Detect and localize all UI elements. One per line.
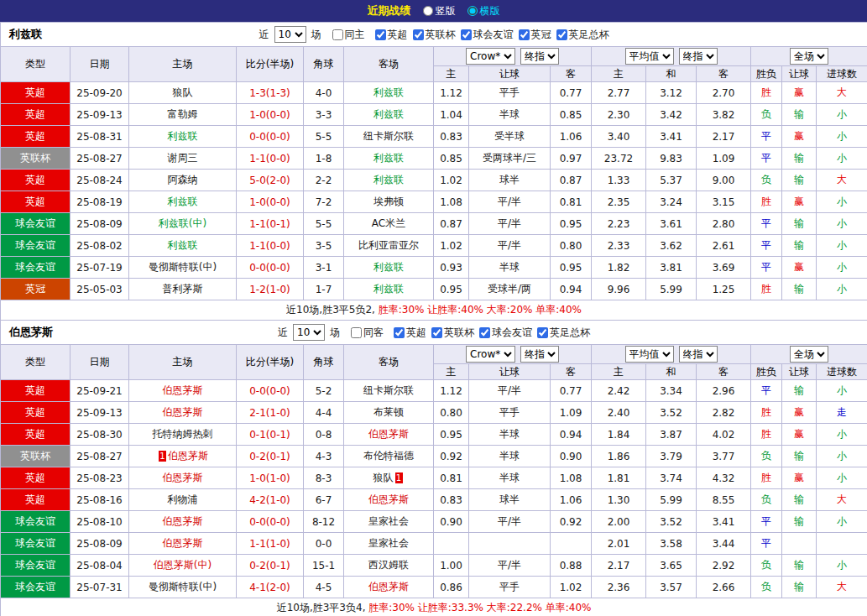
scope-select[interactable]: 全场 — [790, 346, 828, 363]
layout-radio-horizontal-label: 横版 — [480, 4, 500, 18]
avg-source-select[interactable]: 平均值 — [625, 48, 674, 65]
recent-count-select[interactable]: 10 — [293, 324, 325, 341]
games-label: 场 — [330, 321, 340, 344]
avg-away-odds: 4.02 — [697, 424, 751, 446]
league-filter-checkbox-0-input[interactable] — [394, 327, 405, 338]
score: 0-0(0-0) — [237, 511, 304, 533]
league-badge: 球会友谊 — [1, 577, 71, 598]
league-filter-checkbox-1-input[interactable] — [413, 29, 424, 40]
league-filter-checkbox-2-input[interactable] — [479, 327, 490, 338]
layout-radio-vertical-label: 竖版 — [436, 4, 456, 18]
match-date: 25-08-04 — [71, 555, 129, 577]
handicap-home-odds: 0.93 — [434, 257, 469, 279]
odds-final-select[interactable]: 终指 — [520, 48, 559, 65]
avg-away-odds: 2.66 — [697, 577, 751, 598]
handicap-outcome: 输 — [782, 446, 817, 467]
corner-score: 15-1 — [304, 555, 344, 577]
home-team: 富勒姆 — [129, 104, 237, 126]
layout-radio-horizontal-input[interactable] — [467, 6, 478, 16]
avg-home-odds: 2.36 — [592, 577, 646, 598]
home-team: 曼彻斯特联(中) — [129, 257, 237, 279]
avg-away-odds: 8.55 — [697, 489, 751, 511]
handicap-home-odds: 1.00 — [434, 555, 469, 577]
league-filter-checkbox-3-input[interactable] — [519, 29, 530, 40]
layout-radio-vertical[interactable]: 竖版 — [423, 4, 456, 18]
league-filter-checkbox-0-input[interactable] — [375, 29, 386, 40]
layout-radio-horizontal[interactable]: 横版 — [467, 4, 500, 18]
sub-col-header: 主 — [434, 364, 469, 380]
handicap-line: 半球 — [469, 257, 551, 279]
venue-filter-checkbox[interactable]: 同主 — [332, 23, 365, 46]
col-header: 主场 — [129, 47, 237, 82]
avg-source-select[interactable]: 平均值 — [625, 346, 674, 363]
league-filter-checkbox-1-input[interactable] — [431, 327, 442, 338]
league-filter-checkbox-4[interactable]: 英足总杯 — [556, 23, 609, 46]
score: 0-2(0-1) — [237, 555, 304, 577]
league-filter-checkbox-4-input[interactable] — [556, 29, 567, 40]
venue-filter-checkbox-input[interactable] — [351, 327, 362, 338]
corner-score: 8-3 — [304, 467, 344, 489]
venue-filter-checkbox[interactable]: 同客 — [351, 321, 384, 344]
league-badge: 英超 — [1, 380, 71, 402]
avg-away-odds: 2.82 — [697, 402, 751, 424]
result-outcome: 平 — [751, 511, 782, 533]
league-filter-checkbox-0[interactable]: 英超 — [394, 321, 426, 344]
handicap-home-odds: 0.92 — [434, 446, 469, 467]
home-team: 曼彻斯特联(中) — [129, 577, 237, 598]
league-filter-checkbox-1[interactable]: 英联杯 — [431, 321, 474, 344]
league-filter-checkbox-2[interactable]: 球会友谊 — [479, 321, 532, 344]
venue-filter-checkbox-input[interactable] — [332, 29, 343, 40]
handicap-outcome: 输 — [782, 489, 817, 511]
red-card-icon: 1 — [159, 451, 166, 462]
match-row: 球会友谊25-07-31曼彻斯特联(中)4-1(2-0)4-5伯恩茅斯0.86平… — [1, 577, 867, 598]
page-title: 近期战绩 — [368, 3, 411, 18]
away-team: 皇家社会 — [344, 533, 434, 555]
match-row: 英冠25-05-03普利茅斯1-2(1-0)1-7利兹联0.95受球半/两0.9… — [1, 279, 867, 300]
top-bar: 近期战绩 竖版 横版 — [0, 0, 867, 22]
league-filter-checkbox-3-input[interactable] — [537, 327, 548, 338]
scope-select[interactable]: 全场 — [790, 48, 828, 65]
handicap-away-odds: 1.02 — [551, 577, 592, 598]
league-filter-checkbox-1[interactable]: 英联杯 — [413, 23, 456, 46]
league-filter-checkbox-0[interactable]: 英超 — [375, 23, 408, 46]
avg-final-select[interactable]: 终指 — [679, 48, 718, 65]
away-team: 埃弗顿 — [344, 191, 434, 213]
avg-final-select[interactable]: 终指 — [679, 346, 718, 363]
result-outcome: 负 — [751, 577, 782, 598]
match-date: 25-07-19 — [71, 257, 129, 279]
avg-away-odds: 3.82 — [697, 104, 751, 126]
avg-draw-odds: 3.58 — [646, 533, 697, 555]
handicap-outcome: 赢 — [782, 126, 817, 148]
recent-count-select[interactable]: 10 — [274, 26, 306, 43]
sub-col-header: 客 — [551, 364, 592, 380]
corner-score: 5-2 — [304, 380, 344, 402]
sub-col-header: 进球数 — [817, 66, 867, 82]
score: 1-1(1-0) — [237, 533, 304, 555]
away-team: 布伦特福德 — [344, 446, 434, 467]
sub-col-header: 和 — [646, 364, 697, 380]
col-header: 日期 — [71, 345, 129, 380]
odds-final-select[interactable]: 终指 — [520, 346, 559, 363]
handicap-away-odds: 0.90 — [551, 446, 592, 467]
odds-source-select[interactable]: Crow* — [466, 48, 515, 65]
avg-away-odds: 1.09 — [697, 148, 751, 170]
league-filter-checkbox-3[interactable]: 英冠 — [519, 23, 551, 46]
team-name: 利兹联 — [9, 23, 42, 46]
handicap-home-odds: 1.08 — [434, 191, 469, 213]
goals-outcome: 大 — [817, 489, 867, 511]
result-outcome: 平 — [751, 380, 782, 402]
away-team: 利兹联 — [344, 279, 434, 300]
avg-draw-odds: 3.24 — [646, 191, 697, 213]
home-team: 托特纳姆热刺 — [129, 424, 237, 446]
avg-away-odds: 4.32 — [697, 467, 751, 489]
handicap-outcome: 输 — [782, 577, 817, 598]
avg-draw-odds: 3.87 — [646, 424, 697, 446]
layout-radio-vertical-input[interactable] — [423, 6, 433, 16]
league-filter-checkbox-2-input[interactable] — [461, 29, 472, 40]
away-team: 利兹联 — [344, 170, 434, 191]
league-filter-checkbox-2[interactable]: 球会友谊 — [461, 23, 514, 46]
handicap-line: 受半球 — [469, 126, 551, 148]
odds-source-select[interactable]: Crow* — [466, 346, 515, 363]
handicap-away-odds: 1.09 — [551, 402, 592, 424]
league-filter-checkbox-3[interactable]: 英足总杯 — [537, 321, 590, 344]
